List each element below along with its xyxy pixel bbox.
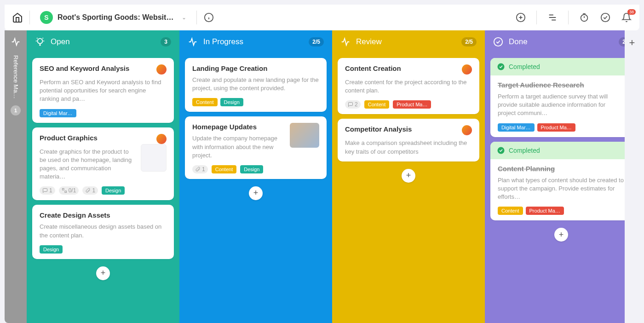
card-desc: Perform an SEO and Keyword analysis to f… <box>40 78 167 104</box>
thumbnail <box>290 123 319 148</box>
column-header[interactable]: In Progress 2/5 <box>179 30 332 53</box>
column-count: 2 <box>619 37 625 46</box>
column-header[interactable]: Done 2 <box>485 30 625 53</box>
avatar <box>156 64 167 75</box>
column-count: 2/5 <box>461 37 477 46</box>
task-card[interactable]: Landing Page CreationCreate and populate… <box>185 58 327 112</box>
task-card[interactable]: CompletedTarget Audience ResearchPerform… <box>490 58 625 137</box>
tag[interactable]: Digital Mar… <box>498 123 535 132</box>
tag[interactable]: Design <box>240 165 263 173</box>
svg-point-20 <box>498 63 505 70</box>
add-column-button[interactable]: + <box>625 30 639 323</box>
task-card[interactable]: Homepage UpdatesUpdate the company homep… <box>185 116 327 179</box>
task-card[interactable]: Competitor AnalysisMake a comparison spr… <box>338 119 479 161</box>
svg-point-9 <box>601 13 610 22</box>
card-meta: 1ContentDesign <box>192 165 319 173</box>
comments-chip: 1 <box>40 186 55 195</box>
card-tags: ContentProduct Ma… <box>498 207 625 215</box>
card-title: SEO and Keyword Analysis <box>40 64 153 72</box>
card-desc: Make a comparison spreadsheet including … <box>345 139 472 156</box>
attachments-chip: 1 <box>192 165 208 173</box>
column-header[interactable]: Review 2/5 <box>332 30 485 53</box>
task-card[interactable]: Content CreationCreate content for the p… <box>338 58 479 114</box>
tag[interactable]: Content <box>192 98 218 106</box>
column-open: Open 3SEO and Keyword AnalysisPerform an… <box>27 30 179 323</box>
tag[interactable]: Product Ma… <box>526 207 564 215</box>
tag[interactable]: Design <box>220 98 243 106</box>
attachments-chip: 1 <box>82 186 98 195</box>
card-desc: Perform a target audience survey that wi… <box>498 92 625 118</box>
card-desc: Update the company homepage with informa… <box>192 134 282 160</box>
pulse-icon <box>11 37 21 47</box>
card-meta: 2ContentProduct Ma… <box>345 100 472 109</box>
card-desc: Plan what types of content should be cre… <box>498 176 625 202</box>
column-title: Review <box>356 37 456 46</box>
check-icon <box>493 37 503 47</box>
completed-badge: Completed <box>490 58 625 75</box>
board: Open 3SEO and Keyword AnalysisPerform an… <box>27 30 625 323</box>
task-card[interactable]: Product GraphicsCreate graphics for the … <box>32 127 174 201</box>
add-card-button[interactable]: + <box>96 266 110 280</box>
task-card[interactable]: CompletedContent PlanningPlan what types… <box>490 142 625 221</box>
tag[interactable]: Content <box>498 207 523 215</box>
bell-icon[interactable]: 38 <box>621 12 632 23</box>
add-icon[interactable] <box>515 12 526 23</box>
tag[interactable]: Content <box>212 165 237 173</box>
column-done: Done 2CompletedTarget Audience ResearchP… <box>485 30 625 323</box>
roadmap-icon[interactable] <box>547 12 558 23</box>
rail-label: Reference Ma… <box>12 55 19 99</box>
tag[interactable]: Product Ma… <box>393 100 431 109</box>
home-icon[interactable] <box>12 12 23 23</box>
tag[interactable]: Design <box>102 186 125 195</box>
topbar-right: 38 <box>515 11 632 24</box>
avatar <box>156 134 167 144</box>
timer-icon[interactable] <box>579 12 590 23</box>
column-header[interactable]: Open 3 <box>27 30 179 53</box>
card-tags: ContentDesign <box>192 98 319 106</box>
column-body: Content CreationCreate content for the p… <box>332 53 485 323</box>
card-title: Content Creation <box>345 64 458 72</box>
card-desc: Create and populate a new landing page f… <box>192 76 319 92</box>
svg-point-21 <box>498 147 505 154</box>
tag[interactable]: Product Ma… <box>537 123 575 132</box>
svg-rect-17 <box>62 189 64 190</box>
column-count: 2/5 <box>309 37 324 46</box>
divider <box>536 11 537 24</box>
column-body: CompletedTarget Audience ResearchPerform… <box>485 53 625 323</box>
project-selector[interactable]: S Root's Sporting Goods: Website Cre… ⌄ <box>36 9 190 26</box>
chevron-down-icon: ⌄ <box>182 14 186 21</box>
svg-point-6 <box>581 15 588 22</box>
column-title: In Progress <box>203 37 303 46</box>
divider <box>29 11 30 24</box>
add-card-button[interactable]: + <box>402 169 415 183</box>
card-title: Target Audience Research <box>498 81 625 89</box>
left-rail[interactable]: Reference Ma… 1 <box>5 30 27 323</box>
project-avatar: S <box>40 11 53 24</box>
topbar: S Root's Sporting Goods: Website Cre… ⌄ … <box>5 5 639 30</box>
add-card-button[interactable]: + <box>554 228 568 242</box>
info-icon[interactable] <box>203 12 214 23</box>
card-title: Competitor Analysis <box>345 125 458 133</box>
rail-badge: 1 <box>11 105 21 115</box>
task-card[interactable]: SEO and Keyword AnalysisPerform an SEO a… <box>32 58 174 123</box>
divider <box>568 11 569 24</box>
card-title: Homepage Updates <box>192 123 282 131</box>
task-card[interactable]: Create Design AssetsCreate miscellaneous… <box>32 205 174 259</box>
tag[interactable]: Design <box>40 245 63 254</box>
project-title: Root's Sporting Goods: Website Cre… <box>58 13 177 22</box>
column-review: Review 2/5Content CreationCreate content… <box>332 30 485 323</box>
avatar <box>462 125 472 135</box>
approve-icon[interactable] <box>600 12 611 23</box>
tag[interactable]: Digital Mar… <box>40 109 76 117</box>
card-title: Landing Page Creation <box>192 64 319 72</box>
svg-line-16 <box>43 38 43 38</box>
add-card-button[interactable]: + <box>249 186 263 200</box>
svg-point-19 <box>494 38 502 46</box>
svg-rect-18 <box>65 191 67 193</box>
svg-line-15 <box>37 38 37 38</box>
divider <box>196 11 197 24</box>
tag[interactable]: Content <box>364 100 390 109</box>
completed-badge: Completed <box>490 142 625 159</box>
column-title: Open <box>51 37 155 46</box>
card-tags: Digital Mar… <box>40 109 167 117</box>
